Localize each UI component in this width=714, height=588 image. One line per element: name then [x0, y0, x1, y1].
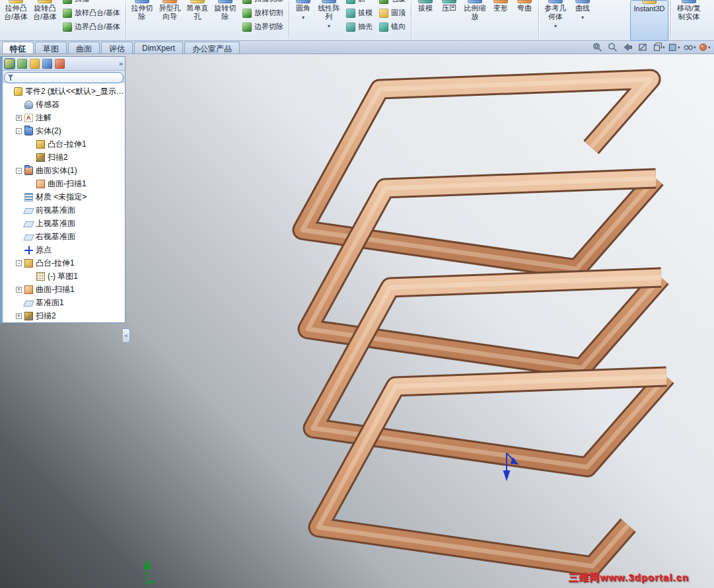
tab-office-products[interactable]: 办公室产品: [184, 42, 240, 54]
lofted-cut-button[interactable]: 放样切割: [239, 6, 287, 20]
scale-button[interactable]: 比例缩 放: [461, 0, 489, 41]
boundary-cut-button[interactable]: 边界切除: [239, 20, 287, 34]
simple-hole-button[interactable]: 简单直 孔: [184, 0, 211, 41]
reference-geometry-dropdown-caret[interactable]: [541, 22, 570, 29]
instant3d-toggle[interactable]: Instant3D: [630, 0, 668, 41]
plane-icon: [23, 208, 34, 214]
displaymanager-tab-icon[interactable]: [55, 59, 65, 69]
swept-boss-button[interactable]: 扫描: [59, 0, 124, 6]
rib-button[interactable]: 筋: [343, 0, 376, 6]
tree-item-right-plane[interactable]: 右视基准面: [3, 230, 125, 243]
plane-icon: [23, 221, 34, 227]
shell-label: 抽壳: [358, 22, 373, 32]
tree-item-sketch1[interactable]: (-) 草图1: [3, 270, 125, 283]
deform-icon: [493, 0, 508, 3]
tree-item-surface-sweep1[interactable]: + 曲面-扫描1: [3, 283, 125, 296]
tree-item-boss-extrude1[interactable]: - 凸台-拉伸1: [3, 256, 125, 270]
fillet-button[interactable]: 圆角: [291, 0, 315, 41]
tree-item-boss-extrude1-body[interactable]: 凸台-拉伸1: [3, 137, 125, 151]
reference-group: 参考几 何体 曲线: [541, 0, 595, 41]
configurationmanager-tab-icon[interactable]: [30, 59, 40, 69]
flex-button[interactable]: 弯曲: [513, 0, 536, 41]
group-separator: [538, 1, 539, 38]
tree-item-origin[interactable]: 原点: [3, 243, 125, 256]
draft-button[interactable]: 拔模: [343, 6, 376, 20]
previous-view-icon[interactable]: [622, 42, 635, 53]
tree-item-label: 注解: [36, 112, 52, 124]
flex-icon: [517, 0, 532, 3]
curves-button[interactable]: 曲线: [570, 0, 595, 41]
revolved-boss-button[interactable]: 旋转凸 台/基体: [30, 0, 59, 41]
surface-bodies-folder-icon: [24, 166, 33, 175]
zoom-to-fit-icon[interactable]: [592, 42, 605, 53]
coil-spring-model[interactable]: [125, 56, 714, 588]
featuremanager-tab-icon[interactable]: [5, 59, 15, 69]
tree-item-surface-sweep1-body[interactable]: 曲面-扫描1: [3, 177, 125, 190]
swept-cut-button[interactable]: 扫描切除: [239, 0, 287, 6]
extruded-boss-button[interactable]: 拉伸凸 台/基体: [1, 0, 30, 41]
origin-icon: [24, 246, 33, 254]
display-style-icon[interactable]: [668, 42, 681, 53]
tree-item-label: 扫描2: [48, 152, 68, 163]
tab-dimxpert[interactable]: DimXpert: [134, 42, 183, 54]
linear-pattern-button[interactable]: 线性阵 列: [315, 0, 343, 41]
filter-row: [3, 71, 125, 83]
tab-features[interactable]: 特征: [2, 42, 34, 54]
tree-item-front-plane[interactable]: 前视基准面: [3, 203, 125, 217]
tree-item-plane1[interactable]: 基准面1: [3, 296, 125, 309]
lofted-boss-button[interactable]: 放样凸台/基体: [59, 6, 124, 20]
panel-splitter-handle[interactable]: [123, 328, 130, 343]
tree-item-annotations[interactable]: + 注解: [3, 111, 125, 124]
tree-item-sweep2[interactable]: + 扫描2: [3, 309, 125, 322]
revolved-boss-label: 旋转凸 台/基体: [33, 4, 57, 21]
tab-surfaces[interactable]: 曲面: [68, 42, 100, 54]
linear-pattern-dropdown-caret[interactable]: [315, 22, 343, 29]
tab-evaluate[interactable]: 评估: [101, 42, 133, 54]
dome-button[interactable]: 圆顶: [376, 6, 409, 20]
fillet-dropdown-caret[interactable]: [291, 13, 315, 20]
feature-tree: 零件2 (默认<<默认>_显示状态 传感器 + 注解 - 实体(2) 凸台-拉伸…: [3, 83, 125, 322]
draft-big-button[interactable]: 拔模: [413, 0, 437, 41]
panel-overflow-chevron[interactable]: »: [119, 59, 123, 67]
propertymanager-tab-icon[interactable]: [17, 59, 27, 69]
hole-wizard-button[interactable]: 异型孔 向导: [156, 0, 184, 41]
expand-toggle[interactable]: -: [16, 168, 22, 174]
edit-appearance-icon[interactable]: [698, 42, 711, 53]
tab-sketch[interactable]: 草图: [35, 42, 67, 54]
extruded-cut-button[interactable]: 拉伸切 除: [128, 0, 156, 41]
expand-toggle[interactable]: +: [16, 287, 22, 293]
revolved-cut-button[interactable]: 旋转切 除: [211, 0, 239, 41]
mirror-button[interactable]: 镜向: [376, 20, 409, 34]
boundary-boss-button[interactable]: 边界凸台/基体: [59, 20, 124, 34]
tree-item-top-plane[interactable]: 上视基准面: [3, 217, 125, 230]
cut-group: 拉伸切 除 异型孔 向导 简单直 孔 旋转切 除 扫描切除: [128, 0, 287, 41]
panel-tab-strip: »: [3, 57, 125, 71]
tree-item-sensors[interactable]: 传感器: [3, 98, 125, 111]
tree-item-part2[interactable]: 零件2 (默认<<默认>_显示状态: [3, 85, 125, 98]
reference-geometry-icon: [548, 0, 563, 3]
tree-item-material[interactable]: 材质 <未指定>: [3, 190, 125, 203]
swept-boss-label: 扫描: [75, 0, 89, 4]
expand-toggle[interactable]: +: [16, 115, 22, 121]
tree-item-surface-bodies[interactable]: - 曲面实体(1): [3, 164, 125, 177]
hide-show-items-icon[interactable]: [683, 42, 696, 53]
tree-item-solid-bodies[interactable]: - 实体(2): [3, 124, 125, 137]
dimxpertmanager-tab-icon[interactable]: [42, 59, 52, 69]
curves-dropdown-caret[interactable]: [570, 13, 595, 20]
indent-button[interactable]: 压凹: [437, 0, 461, 41]
filter-box: [4, 72, 124, 83]
expand-toggle[interactable]: -: [16, 128, 22, 134]
expand-toggle[interactable]: -: [16, 260, 22, 266]
move-copy-bodies-button[interactable]: 移动/复 制实体: [673, 0, 705, 41]
filter-input[interactable]: [15, 73, 120, 82]
expand-toggle[interactable]: +: [16, 313, 22, 319]
deform-button[interactable]: 变形: [489, 0, 513, 41]
boundary-cut-icon: [242, 22, 252, 32]
view-orientation-icon[interactable]: [653, 42, 666, 53]
reference-geometry-button[interactable]: 参考几 何体: [541, 0, 570, 41]
section-view-icon[interactable]: [637, 42, 651, 53]
tree-item-sweep2-body[interactable]: 扫描2: [3, 151, 125, 164]
shell-button[interactable]: 抽壳: [343, 20, 376, 34]
zoom-to-area-icon[interactable]: [607, 42, 620, 53]
wrap-button[interactable]: 包覆: [376, 0, 409, 6]
